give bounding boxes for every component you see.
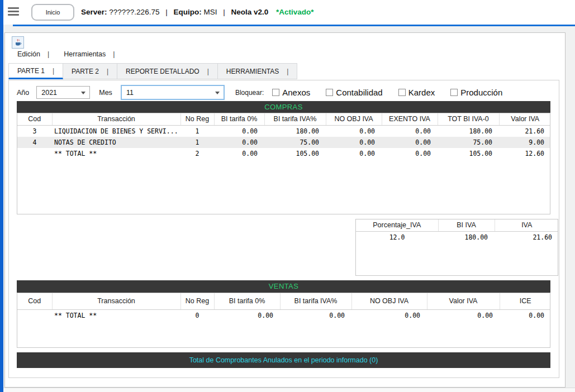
ventas-table: CodTransacciónNo RegBI tarifa 0%BI tarif… — [17, 293, 550, 321]
status-activado: *Activado* — [276, 8, 314, 16]
server-info: Server: ??????.226.75 | Equipo: MSI | Ne… — [81, 0, 314, 25]
anulados-total-bar: Total de Comprobantes Anulados en el per… — [17, 352, 550, 368]
table-cell: LIQUIDACION DE BIENES Y SERVI... — [52, 125, 180, 137]
tab-pipe: | — [53, 67, 54, 75]
ventas-section-header: VENTAS — [17, 280, 550, 293]
column-header: NO OBJ IVA — [351, 293, 427, 309]
table-cell: 0 — [180, 309, 214, 321]
table-cell: 1 — [180, 137, 214, 148]
menu-pipe: | — [47, 50, 49, 58]
mes-select[interactable]: 11 — [121, 85, 225, 100]
equipo-value: MSI — [203, 8, 217, 16]
equipo-label: Equipo: — [173, 8, 201, 16]
app-version: Neola v2.0 — [231, 8, 269, 16]
tab-pipe: | — [107, 68, 108, 75]
checkbox-anexos[interactable]: Anexos — [272, 88, 310, 97]
column-header: Valor IVA — [499, 113, 550, 125]
table-row[interactable]: ** TOTAL **20.00105.000.000.00105.0012.6… — [17, 148, 550, 159]
column-header: Transacción — [52, 293, 180, 309]
table-row[interactable]: 3LIQUIDACION DE BIENES Y SERVI...10.0018… — [17, 125, 550, 137]
tab-herramientas[interactable]: HERRAMIENTAS | — [218, 63, 298, 79]
table-cell: 180.00 — [438, 125, 499, 137]
table-cell: 180.00 — [438, 231, 495, 243]
horizontal-scrollbar[interactable] — [3, 388, 575, 392]
column-header: BI IVA — [438, 219, 495, 231]
column-header: Cod — [17, 113, 52, 125]
bloquear-checkbox-group: Anexos Contabilidad Kardex Producción — [272, 88, 518, 97]
left-window-edge — [0, 0, 3, 392]
menu-pipe: | — [113, 50, 115, 58]
inicio-button[interactable]: Inicio — [31, 4, 74, 21]
ventas-table-container: CodTransacciónNo RegBI tarifa 0%BI tarif… — [17, 293, 550, 348]
hamburger-menu-icon[interactable] — [8, 7, 20, 17]
column-header: BI tarifa 0% — [214, 113, 264, 125]
separator: | — [223, 8, 225, 16]
checkbox-box[interactable] — [272, 89, 279, 96]
server-label: Server: — [81, 8, 107, 16]
tab-label: HERRAMIENTAS — [226, 68, 279, 75]
mes-label: Mes — [99, 89, 112, 97]
table-cell: 0.00 — [382, 125, 438, 137]
app-window: Edición | Herramientas | PARTE 1 | PARTE… — [4, 32, 566, 388]
table-cell: 4 — [17, 137, 52, 148]
compras-section-header: COMPRAS — [17, 101, 550, 113]
column-header: NO OBJ IVA — [326, 113, 382, 125]
checkbox-box[interactable] — [450, 89, 458, 96]
table-cell: 0.00 — [500, 309, 550, 321]
checkbox-box[interactable] — [398, 89, 406, 96]
table-row[interactable]: 4NOTAS DE CREDITO10.0075.000.000.0075.00… — [17, 137, 550, 148]
tab-pipe: | — [207, 68, 209, 75]
table-cell — [17, 309, 52, 321]
column-header: No Reg — [180, 113, 214, 125]
compras-table-container: CodTransacciónNo RegBI tarifa 0%BI tarif… — [17, 113, 550, 214]
tab-reporte-detallado[interactable]: REPORTE DETALLADO | — [117, 63, 218, 79]
column-header: BI tarifa IVA% — [264, 113, 326, 125]
table-cell: 0.00 — [427, 309, 500, 321]
table-cell: 0.00 — [326, 125, 382, 137]
table-cell: 0.00 — [382, 137, 438, 148]
compras-table: CodTransacciónNo RegBI tarifa 0%BI tarif… — [17, 113, 550, 159]
bloquear-label: Bloquear: — [235, 89, 264, 97]
table-row[interactable]: ** TOTAL **00.000.000.000.000.00 — [17, 309, 550, 321]
table-cell: 0.00 — [214, 137, 264, 148]
anio-select[interactable]: 2021 — [36, 86, 90, 99]
menu-item-herramientas[interactable]: Herramientas | — [64, 50, 115, 58]
column-header: Transacción — [52, 113, 180, 125]
table-cell: 75.00 — [264, 137, 326, 148]
checkbox-label: Contabilidad — [336, 88, 382, 97]
chevron-down-icon — [81, 92, 85, 94]
tab-bar: PARTE 1 | PARTE 2 | REPORTE DETALLADO | … — [8, 63, 297, 79]
column-header: Cod — [17, 293, 52, 309]
checkbox-produccion[interactable]: Producción — [450, 88, 502, 97]
anio-value: 2021 — [41, 89, 57, 97]
table-cell: 75.00 — [438, 137, 499, 148]
checkbox-kardex[interactable]: Kardex — [398, 88, 435, 97]
checkbox-contabilidad[interactable]: Contabilidad — [326, 88, 382, 97]
column-header: Valor IVA — [427, 293, 500, 309]
chevron-down-icon — [215, 92, 220, 94]
table-cell: 0.00 — [382, 148, 438, 159]
tab-pipe: | — [287, 68, 288, 75]
table-cell: 3 — [17, 125, 52, 137]
mes-value: 11 — [126, 89, 134, 97]
tab-label: REPORTE DETALLADO — [126, 68, 199, 75]
table-cell: 0.00 — [280, 309, 351, 321]
server-value: ??????.226.75 — [109, 8, 159, 16]
table-row[interactable]: 12.0180.0021.60 — [356, 231, 558, 243]
table-cell: 12.0 — [356, 231, 438, 243]
menu-item-edicion[interactable]: Edición | — [17, 50, 49, 58]
java-icon[interactable] — [12, 36, 24, 49]
tab-parte-2[interactable]: PARTE 2 | — [63, 63, 117, 79]
column-header: BI tarifa 0% — [214, 293, 280, 309]
table-cell: 105.00 — [438, 148, 499, 159]
table-cell: 12.60 — [499, 148, 550, 159]
column-header: No Reg — [180, 293, 214, 309]
iva-summary-table: Porcentaje_IVABI IVAIVA12.0180.0021.60 — [356, 219, 558, 243]
checkbox-box[interactable] — [326, 89, 333, 96]
table-cell: 2 — [180, 148, 214, 159]
tab-parte-1[interactable]: PARTE 1 | — [8, 63, 63, 79]
parte1-content-panel: Año 2021 Mes 11 Bloquear: Anexos Contabi… — [8, 80, 559, 378]
column-header: EXENTO IVA — [382, 113, 438, 125]
table-cell: 9.00 — [499, 137, 550, 148]
table-cell: ** TOTAL ** — [52, 148, 180, 159]
